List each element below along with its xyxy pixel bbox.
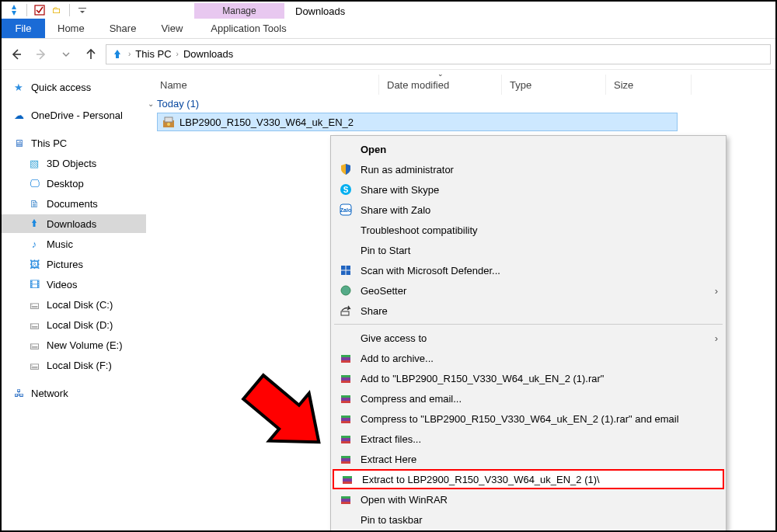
svg-rect-37: [343, 476, 352, 478]
forward-button[interactable]: [31, 44, 51, 64]
svg-rect-41: [341, 502, 350, 504]
sidebar-3d-objects[interactable]: ▧ 3D Objects: [2, 154, 146, 172]
sidebar-disk-c[interactable]: 🖴 Local Disk (C:): [2, 295, 146, 314]
sidebar-disk-f[interactable]: 🖴 Local Disk (F:): [2, 356, 146, 374]
cm-troubleshoot[interactable]: Troubleshoot compatibility: [333, 220, 724, 240]
qat-item-icon[interactable]: [33, 4, 46, 16]
svg-rect-22: [341, 375, 350, 377]
folder-icon: [8, 4, 20, 16]
svg-rect-14: [341, 271, 346, 276]
sidebar-item-label: OneDrive - Personal: [31, 110, 123, 121]
cm-geosetter[interactable]: GeoSetter ›: [333, 280, 724, 301]
network-icon: 🖧: [12, 387, 25, 399]
cm-extract-files[interactable]: Extract files...: [333, 429, 724, 449]
tab-application-tools[interactable]: Application Tools: [198, 19, 298, 38]
sidebar-documents[interactable]: 🗎 Documents: [2, 194, 146, 213]
winrar-icon: [339, 391, 353, 405]
winrar-icon: [339, 492, 353, 506]
sidebar-network[interactable]: 🖧 Network: [2, 384, 146, 402]
column-size[interactable]: Size: [606, 75, 692, 95]
cm-label: Run as administrator: [361, 164, 454, 176]
cm-label: Scan with Microsoft Defender...: [361, 265, 500, 276]
sidebar-item-label: Quick access: [31, 82, 91, 93]
installer-icon: [162, 116, 175, 128]
context-menu: Open Run as administrator S Share with S…: [330, 135, 726, 532]
svg-rect-32: [341, 441, 350, 443]
cm-add-archive[interactable]: Add to archive...: [333, 348, 724, 368]
cm-give-access[interactable]: Give access to ›: [333, 328, 724, 348]
file-name: LBP2900_R150_V330_W64_uk_EN_2: [179, 116, 354, 128]
cm-compress-email[interactable]: Compress and email...: [333, 388, 724, 409]
cm-label: Add to archive...: [361, 353, 434, 364]
tab-view[interactable]: View: [148, 19, 195, 38]
up-button[interactable]: [81, 44, 101, 64]
breadcrumb-folder[interactable]: Downloads: [183, 48, 233, 60]
sidebar-item-label: Local Disk (C:): [47, 299, 113, 311]
sidebar-desktop[interactable]: 🖵 Desktop: [2, 174, 146, 193]
qat-dropdown-icon[interactable]: [76, 4, 89, 16]
sidebar-onedrive[interactable]: ☁ OneDrive - Personal: [2, 106, 146, 124]
sidebar-pictures[interactable]: 🖼 Pictures: [2, 255, 146, 273]
sidebar-downloads[interactable]: Downloads: [2, 214, 146, 233]
tab-home[interactable]: Home: [45, 19, 97, 38]
cm-pin-start[interactable]: Pin to Start: [333, 240, 724, 260]
separator: [26, 4, 27, 16]
cm-share[interactable]: Share: [333, 301, 724, 321]
cm-skype[interactable]: S Share with Skype: [333, 179, 724, 200]
sidebar-music[interactable]: ♪ Music: [2, 235, 146, 253]
sidebar-item-label: Downloads: [47, 218, 96, 230]
skype-icon: S: [339, 183, 353, 196]
window-title: Downloads: [295, 3, 345, 19]
address-bar[interactable]: › This PC › Downloads: [106, 44, 771, 64]
breadcrumb-root[interactable]: This PC: [135, 48, 171, 60]
cm-label: GeoSetter: [361, 285, 406, 297]
cm-defender[interactable]: Scan with Microsoft Defender...: [333, 260, 724, 280]
group-header-today[interactable]: ⌄ Today (1): [146, 95, 775, 113]
chevron-right-icon: ›: [715, 285, 718, 297]
cm-open[interactable]: Open: [333, 139, 724, 159]
svg-rect-12: [341, 266, 346, 270]
svg-text:S: S: [343, 186, 349, 194]
cm-pin-taskbar[interactable]: Pin to taskbar: [333, 509, 724, 530]
svg-rect-17: [341, 311, 349, 315]
sidebar-this-pc[interactable]: 🖥 This PC: [2, 134, 146, 152]
sidebar-disk-e[interactable]: 🖴 New Volume (E:): [2, 336, 146, 354]
sidebar-disk-d[interactable]: 🖴 Local Disk (D:): [2, 315, 146, 334]
svg-rect-40: [341, 496, 350, 499]
cm-extract-here[interactable]: Extract Here: [333, 449, 724, 469]
ribbon-context-tab[interactable]: Manage: [194, 3, 284, 19]
column-date[interactable]: ⌄ Date modified: [379, 75, 502, 95]
svg-rect-28: [341, 416, 350, 418]
disk-icon: 🖴: [28, 298, 40, 311]
cm-compress-named-email[interactable]: Compress to "LBP2900_R150_V330_W64_uk_EN…: [333, 409, 724, 429]
column-type[interactable]: Type: [502, 75, 606, 95]
cm-extract-to[interactable]: Extract to LBP2900_R150_V330_W64_uk_EN_2…: [333, 469, 724, 489]
chevron-right-icon[interactable]: ›: [176, 50, 179, 58]
column-name[interactable]: Name: [146, 75, 379, 95]
cm-label: Pin to Start: [361, 245, 410, 256]
column-label: Date modified: [387, 79, 449, 91]
file-row[interactable]: LBP2900_R150_V330_W64_uk_EN_2: [157, 113, 678, 131]
sidebar-videos[interactable]: 🎞 Videos: [2, 275, 146, 294]
cm-run-admin[interactable]: Run as administrator: [333, 159, 724, 179]
zalo-icon: Zalo: [339, 203, 353, 217]
recent-dropdown-icon[interactable]: [56, 44, 76, 64]
cm-add-named[interactable]: Add to "LBP2900_R150_V330_W64_uk_EN_2 (1…: [333, 368, 724, 388]
sidebar-item-label: Pictures: [47, 259, 83, 270]
document-icon: 🗎: [28, 197, 40, 210]
music-icon: ♪: [28, 238, 40, 250]
file-tab[interactable]: File: [2, 19, 45, 38]
chevron-right-icon[interactable]: ›: [128, 50, 131, 58]
qat-folder-icon[interactable]: 🗀: [51, 4, 63, 16]
winrar-icon: [339, 371, 353, 385]
tab-share[interactable]: Share: [97, 19, 149, 38]
chevron-right-icon: ›: [715, 332, 718, 344]
sidebar-item-label: Local Disk (F:): [47, 360, 112, 371]
back-button[interactable]: [6, 44, 26, 64]
cm-open-winrar[interactable]: Open with WinRAR: [333, 489, 724, 509]
cm-label: Share: [361, 305, 388, 317]
sidebar-quick-access[interactable]: ★ Quick access: [2, 78, 146, 96]
cm-zalo[interactable]: Zalo Share with Zalo: [333, 200, 724, 220]
pc-icon: 🖥: [12, 137, 25, 149]
chevron-down-icon: ⌄: [148, 99, 154, 108]
